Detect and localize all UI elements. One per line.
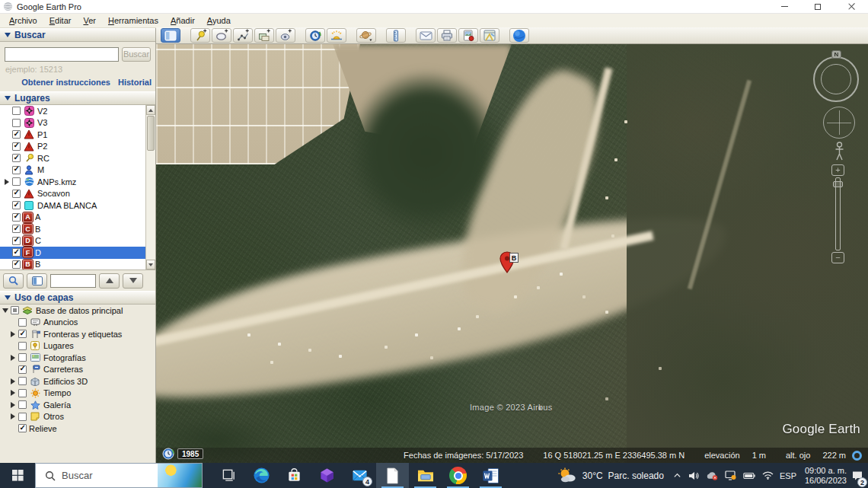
taskbar-weather[interactable]: 30°C Parc. soleado bbox=[557, 463, 672, 488]
checkbox[interactable] bbox=[12, 107, 21, 115]
places-filter-input[interactable] bbox=[50, 274, 96, 288]
checkbox[interactable] bbox=[18, 330, 27, 338]
layer-item-tiempo[interactable]: Tiempo bbox=[0, 388, 155, 400]
checkbox[interactable] bbox=[18, 377, 27, 385]
layer-item-base-de-datos-principal[interactable]: Base de datos principal bbox=[0, 305, 155, 317]
scroll-down-icon[interactable] bbox=[146, 260, 155, 270]
taskbar-app-word[interactable] bbox=[474, 463, 507, 488]
history-clock-icon[interactable] bbox=[162, 448, 174, 460]
globe-button[interactable] bbox=[509, 28, 529, 43]
search-input[interactable] bbox=[5, 47, 119, 62]
taskbar-app-document[interactable] bbox=[376, 463, 409, 488]
menu-archivo[interactable]: Archivo bbox=[3, 16, 43, 25]
layers-section-header[interactable]: Uso de capas bbox=[0, 291, 155, 305]
zoom-slider[interactable]: + − bbox=[830, 164, 847, 263]
taskbar-search-box[interactable]: Buscar bbox=[35, 463, 203, 488]
taskbar-app-office[interactable] bbox=[311, 463, 343, 488]
sunlight-button[interactable] bbox=[327, 28, 346, 43]
layer-item-edificios-3d[interactable]: Edificios 3D bbox=[0, 375, 155, 388]
checkbox[interactable] bbox=[12, 260, 21, 269]
print-button[interactable] bbox=[437, 28, 457, 43]
layer-item-relieve[interactable]: Relieve bbox=[0, 423, 155, 435]
collapse-arrow-icon[interactable] bbox=[5, 33, 11, 37]
place-item-anps-kmz[interactable]: ANPs.kmz bbox=[0, 176, 155, 188]
pan-control[interactable] bbox=[823, 107, 855, 139]
ruler-button[interactable] bbox=[386, 28, 406, 43]
move-down-icon[interactable] bbox=[123, 273, 143, 289]
pegman-icon[interactable] bbox=[834, 142, 844, 164]
checkbox[interactable] bbox=[12, 237, 21, 245]
expand-arrow-icon[interactable] bbox=[9, 331, 16, 337]
taskbar-app-chrome[interactable] bbox=[442, 463, 474, 488]
checkbox[interactable] bbox=[18, 342, 27, 350]
checkbox[interactable] bbox=[12, 225, 21, 233]
checkbox[interactable] bbox=[12, 142, 21, 151]
language-indicator[interactable]: ESP bbox=[780, 463, 796, 488]
historical-imagery-button[interactable] bbox=[305, 28, 325, 43]
maximize-icon[interactable] bbox=[801, 0, 834, 13]
place-item-b[interactable]: BB bbox=[0, 259, 155, 271]
wifi-icon[interactable] bbox=[762, 471, 774, 480]
checkbox[interactable] bbox=[12, 177, 21, 186]
add-path-button[interactable] bbox=[233, 28, 253, 43]
layer-item-carreteras[interactable]: Carreteras bbox=[0, 364, 155, 376]
menu-herramientas[interactable]: Herramientas bbox=[102, 16, 164, 25]
menu-editar[interactable]: Editar bbox=[43, 16, 78, 25]
historical-imagery-chip[interactable]: 1985 bbox=[162, 448, 203, 460]
onedrive-error-icon[interactable] bbox=[706, 471, 718, 480]
search-button[interactable]: Buscar bbox=[122, 47, 151, 62]
place-item-socavon[interactable]: Socavon bbox=[0, 188, 155, 200]
collapse-arrow-icon[interactable] bbox=[5, 295, 11, 300]
expand-arrow-icon[interactable] bbox=[3, 179, 10, 185]
checkbox[interactable] bbox=[18, 413, 27, 421]
toggle-sidebar-panel-button[interactable] bbox=[27, 273, 47, 289]
taskbar-app-mail[interactable]: 4 bbox=[343, 463, 376, 488]
view-in-google-maps-button[interactable] bbox=[480, 28, 499, 43]
zoom-thumb[interactable] bbox=[833, 181, 843, 187]
speaker-icon[interactable] bbox=[688, 471, 699, 480]
place-item-v3[interactable]: V3 bbox=[0, 117, 155, 129]
checkbox[interactable] bbox=[12, 119, 21, 127]
checkbox[interactable] bbox=[18, 424, 27, 432]
place-item-a[interactable]: AA bbox=[0, 212, 155, 224]
layer-item-lugares[interactable]: Lugares bbox=[0, 340, 155, 352]
history-link[interactable]: Historial bbox=[118, 78, 152, 87]
expand-arrow-icon[interactable] bbox=[9, 390, 16, 396]
taskbar-clock[interactable]: 09:00 a. m. 16/06/2023 bbox=[796, 463, 847, 488]
display-alert-icon[interactable] bbox=[725, 470, 736, 480]
place-item-dama-blanca[interactable]: DAMA BLANCA bbox=[0, 199, 155, 212]
expand-arrow-icon[interactable] bbox=[9, 402, 16, 408]
compass-control[interactable]: N bbox=[811, 50, 864, 104]
start-button[interactable] bbox=[0, 463, 35, 488]
battery-icon[interactable] bbox=[743, 472, 755, 480]
email-button[interactable] bbox=[416, 28, 436, 43]
collapse-arrow-icon[interactable] bbox=[2, 308, 8, 313]
place-item-c[interactable]: DC bbox=[0, 235, 155, 247]
search-highlight-image[interactable] bbox=[158, 464, 202, 487]
taskbar-app-edge[interactable] bbox=[245, 463, 278, 488]
checkbox[interactable] bbox=[12, 201, 21, 209]
menu-ver[interactable]: Ver bbox=[77, 16, 102, 25]
expand-arrow-icon[interactable] bbox=[9, 378, 16, 384]
minimize-icon[interactable] bbox=[767, 0, 801, 13]
layer-item-fotograf-as[interactable]: Fotografías bbox=[0, 352, 155, 364]
places-section-header[interactable]: Lugares bbox=[0, 91, 155, 105]
checkbox[interactable] bbox=[12, 248, 21, 257]
place-item-rc[interactable]: RC bbox=[0, 152, 155, 164]
place-item-b[interactable]: CB bbox=[0, 223, 155, 235]
add-placemark-button[interactable] bbox=[190, 28, 210, 43]
zoom-out-icon[interactable]: − bbox=[831, 252, 844, 263]
scroll-up-icon[interactable] bbox=[146, 105, 155, 115]
map-viewport[interactable]: N + − B Image © 2023 Airbus Google Earth… bbox=[156, 44, 868, 463]
save-image-button[interactable] bbox=[458, 28, 478, 43]
add-polygon-button[interactable] bbox=[212, 28, 231, 43]
checkbox[interactable] bbox=[18, 353, 27, 362]
checkbox[interactable] bbox=[12, 213, 21, 222]
place-item-d[interactable]: FD bbox=[0, 247, 155, 259]
move-up-icon[interactable] bbox=[99, 273, 120, 289]
checkbox[interactable] bbox=[12, 190, 21, 198]
layer-item-anuncios[interactable]: Anuncios bbox=[0, 317, 155, 329]
record-tour-button[interactable] bbox=[276, 28, 295, 43]
place-item-p1[interactable]: P1 bbox=[0, 129, 155, 141]
zoom-in-icon[interactable]: + bbox=[831, 164, 844, 176]
